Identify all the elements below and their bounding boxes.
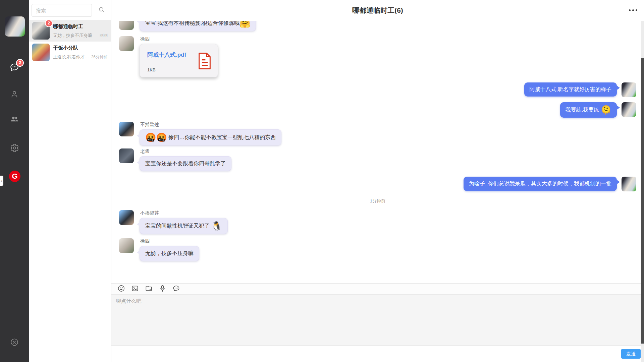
search-icon bbox=[98, 6, 105, 15]
nav-chats-button[interactable]: 2 bbox=[0, 63, 29, 72]
more-menu-button[interactable] bbox=[629, 9, 637, 11]
composer-toolbar bbox=[111, 284, 644, 295]
left-rail: 2 G › bbox=[0, 0, 29, 362]
message-row: 不摇碧莲 🤬🤬 徐四…你能不能不教宝宝一些乱七八糟的东西 bbox=[119, 122, 636, 145]
chat-preview: 无妨，技多不压身嘛 bbox=[53, 33, 98, 39]
send-row: 发送 bbox=[111, 345, 644, 362]
scrollbar-thumb[interactable] bbox=[641, 58, 644, 344]
search-row bbox=[29, 0, 111, 20]
g-logo-icon[interactable]: G bbox=[9, 171, 20, 182]
chat-preview: 王道长,我看你才… bbox=[53, 54, 90, 60]
unread-badge: 2 bbox=[17, 60, 23, 66]
message-row: 徐四 阿威十八式.pdf 1KB bbox=[119, 36, 636, 77]
message-bubble: 🤬🤬 徐四…你能不能不教宝宝一些乱七八糟的东西 bbox=[140, 129, 281, 145]
avatar[interactable] bbox=[5, 16, 25, 37]
nav-settings-button[interactable] bbox=[0, 143, 29, 153]
search-button[interactable] bbox=[97, 5, 107, 15]
file-button[interactable] bbox=[145, 285, 153, 293]
folder-icon bbox=[145, 285, 153, 294]
message-row: 徐四 无妨，技多不压身嘛 bbox=[119, 238, 636, 261]
message-row: 我要练,我要练 🫠 bbox=[119, 102, 636, 118]
own-avatar[interactable] bbox=[622, 177, 636, 191]
send-button[interactable]: 发送 bbox=[621, 349, 641, 359]
message-row: 为啥子..你们总说我呆瓜，其实大多的时候，我都机制的一批 bbox=[119, 177, 636, 191]
pdf-document-icon bbox=[198, 51, 212, 72]
sender-name: 徐四 bbox=[140, 238, 199, 244]
sender-avatar[interactable] bbox=[119, 21, 134, 30]
message-bubble: 宝宝 我这有本祖传秘笈,很适合你修炼哦🤗 bbox=[140, 21, 256, 31]
chat-list-item[interactable]: 2 哪都通临时工 无妨，技多不压身嘛 刚刚 bbox=[29, 20, 111, 42]
penguin-sticker: 🐧 bbox=[211, 221, 222, 231]
message-row: 宝宝 我这有本祖传秘笈,很适合你修炼哦🤗 bbox=[119, 21, 636, 31]
file-attachment-card[interactable]: 阿威十八式.pdf 1KB bbox=[140, 44, 218, 77]
message-bubble: 为啥子..你们总说我呆瓜，其实大多的时候，我都机制的一批 bbox=[464, 177, 617, 191]
message-bubble: 我要练,我要练 🫠 bbox=[560, 102, 617, 118]
angry-emoji: 🤬🤬 bbox=[145, 132, 167, 142]
sender-avatar[interactable] bbox=[119, 36, 134, 51]
chat-avatar-wrap: 2 bbox=[32, 22, 50, 40]
sender-avatar[interactable] bbox=[119, 122, 134, 136]
message-bubble: 宝宝的间歇性机智证又犯了 🐧 bbox=[140, 218, 228, 234]
scrollbar-track[interactable] bbox=[641, 21, 644, 362]
nav-groups-button[interactable] bbox=[0, 114, 29, 124]
sender-avatar[interactable] bbox=[119, 148, 134, 163]
chat-time: 刚刚 bbox=[100, 33, 108, 39]
voice-button[interactable] bbox=[158, 285, 166, 293]
conversation-title: 哪都通临时工(6) bbox=[352, 6, 403, 15]
close-app-button[interactable] bbox=[0, 338, 29, 347]
chat-list-item[interactable]: 干饭小分队 王道长,我看你才… 26分钟前 bbox=[29, 42, 111, 63]
chat-list-panel: 2 哪都通临时工 无妨，技多不压身嘛 刚刚 干饭小分队 王道长,我看你才… 26… bbox=[29, 0, 111, 362]
sender-name: 老孟 bbox=[140, 148, 231, 154]
emoji-button[interactable] bbox=[117, 285, 125, 293]
smiley-icon bbox=[117, 285, 125, 294]
message-row: 不摇碧莲 宝宝的间歇性机智证又犯了 🐧 bbox=[119, 210, 636, 234]
file-name[interactable]: 阿威十八式.pdf bbox=[147, 51, 186, 59]
person-icon bbox=[10, 89, 19, 99]
sender-name: 徐四 bbox=[140, 36, 218, 42]
chat-avatar-wrap bbox=[32, 44, 50, 61]
unread-badge: 2 bbox=[46, 20, 52, 26]
melting-face-emoji: 🫠 bbox=[601, 105, 611, 115]
group-people-icon bbox=[9, 114, 19, 124]
message-row: 老孟 宝宝你还是不要跟着你四哥乱学了 bbox=[119, 148, 636, 171]
image-button[interactable] bbox=[131, 285, 139, 293]
sender-avatar[interactable] bbox=[119, 210, 134, 225]
message-bubble: 宝宝你还是不要跟着你四哥乱学了 bbox=[140, 156, 231, 171]
message-input[interactable] bbox=[111, 295, 644, 345]
file-size: 1KB bbox=[147, 67, 186, 72]
image-icon bbox=[131, 285, 139, 294]
own-avatar[interactable] bbox=[622, 102, 636, 117]
sender-name: 不摇碧莲 bbox=[140, 122, 281, 127]
nav-contacts-button[interactable] bbox=[0, 89, 29, 99]
conversation-panel: 哪都通临时工(6) 宝宝 我这有本祖传秘笈,很适合你修炼哦🤗 徐四 阿威十八式.… bbox=[111, 0, 644, 362]
message-row: 阿威十八式,听名字就好厉害的样子 bbox=[119, 82, 636, 97]
hug-emoji: 🤗 bbox=[239, 21, 250, 28]
chat-bubble-dots-icon bbox=[172, 285, 180, 294]
chat-app-window: 2 G › bbox=[0, 0, 644, 362]
message-bubble: 无妨，技多不压身嘛 bbox=[140, 246, 199, 261]
group-avatar bbox=[32, 44, 50, 61]
conversation-header: 哪都通临时工(6) bbox=[111, 0, 644, 21]
gear-icon bbox=[10, 143, 19, 153]
chat-title: 干饭小分队 bbox=[53, 45, 108, 51]
history-button[interactable] bbox=[172, 285, 180, 293]
message-list: 宝宝 我这有本祖传秘笈,很适合你修炼哦🤗 徐四 阿威十八式.pdf 1KB bbox=[111, 21, 644, 283]
message-bubble: 阿威十八式,听名字就好厉害的样子 bbox=[524, 82, 617, 97]
composer: 发送 bbox=[111, 283, 644, 362]
sender-avatar[interactable] bbox=[119, 238, 134, 253]
drawer-handle[interactable]: › bbox=[0, 176, 3, 186]
time-divider: 1分钟前 bbox=[119, 198, 636, 204]
chat-time: 26分钟前 bbox=[91, 54, 108, 60]
sender-name: 不摇碧莲 bbox=[140, 210, 228, 216]
chat-title: 哪都通临时工 bbox=[53, 23, 108, 30]
close-circle-icon bbox=[10, 338, 19, 347]
search-input[interactable] bbox=[32, 4, 92, 17]
microphone-icon bbox=[159, 285, 166, 294]
own-avatar[interactable] bbox=[622, 82, 636, 97]
